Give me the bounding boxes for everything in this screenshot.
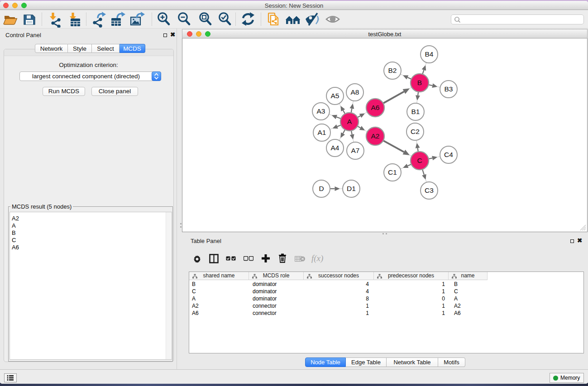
svg-text:A1: A1 bbox=[318, 129, 326, 136]
svg-text:B3: B3 bbox=[445, 85, 453, 93]
svg-text:B4: B4 bbox=[425, 50, 434, 58]
svg-text:A: A bbox=[347, 118, 352, 125]
svg-text:A6: A6 bbox=[371, 104, 380, 111]
svg-text:A8: A8 bbox=[351, 88, 359, 96]
svg-text:D: D bbox=[319, 185, 324, 192]
svg-text:A3: A3 bbox=[317, 107, 325, 115]
svg-text:C: C bbox=[417, 157, 422, 164]
svg-text:A7: A7 bbox=[351, 147, 360, 154]
svg-text:B: B bbox=[417, 79, 422, 86]
svg-text:B1: B1 bbox=[411, 108, 420, 115]
svg-text:B2: B2 bbox=[388, 67, 397, 74]
svg-text:C1: C1 bbox=[388, 168, 397, 176]
svg-text:A4: A4 bbox=[331, 144, 339, 152]
svg-text:A2: A2 bbox=[371, 132, 380, 140]
svg-text:D1: D1 bbox=[347, 185, 356, 192]
svg-text:C4: C4 bbox=[444, 151, 453, 158]
svg-text:A5: A5 bbox=[331, 92, 339, 100]
svg-text:C3: C3 bbox=[425, 186, 434, 194]
svg-text:C2: C2 bbox=[411, 128, 420, 135]
